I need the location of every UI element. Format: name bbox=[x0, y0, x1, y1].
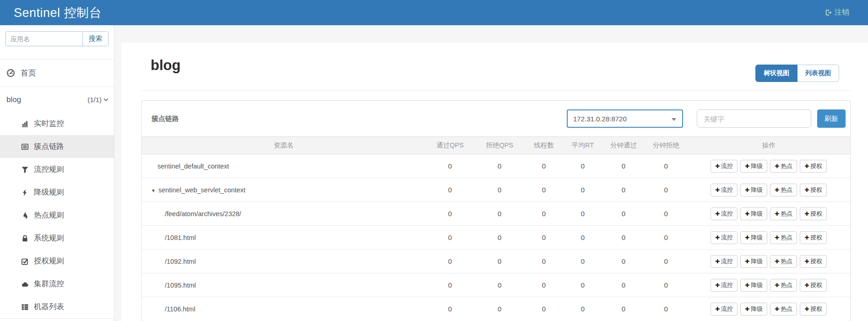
metric-value: 0 bbox=[425, 226, 475, 250]
logout-button[interactable]: 注销 bbox=[825, 8, 849, 17]
add-degrade-rule-button[interactable]: ✚降级 bbox=[740, 184, 767, 196]
plus-icon: ✚ bbox=[745, 234, 749, 241]
add-flow-rule-button[interactable]: ✚流控 bbox=[711, 303, 738, 316]
add-param-flow-rule-button[interactable]: ✚热点 bbox=[770, 207, 797, 220]
add-authority-rule-button[interactable]: ✚授权 bbox=[800, 303, 827, 316]
actions-cell: ✚流控✚降级✚热点✚授权 bbox=[687, 226, 850, 250]
table-row: /1081.html000000✚流控✚降级✚热点✚授权 bbox=[142, 226, 850, 250]
app-search-block: 搜索 bbox=[0, 25, 114, 60]
sidebar-item-cluster-link[interactable]: 簇点链路 bbox=[0, 135, 114, 158]
add-authority-rule-button[interactable]: ✚授权 bbox=[800, 279, 827, 292]
resource-cell: sentinel_default_context bbox=[142, 154, 425, 178]
machine-select-value: 172.31.0.28:8720 bbox=[573, 115, 627, 123]
add-authority-rule-button[interactable]: ✚授权 bbox=[800, 207, 827, 220]
sidebar-item-authority-rules[interactable]: 授权规则 bbox=[0, 250, 114, 272]
sidebar-item-flow-rules[interactable]: 流控规则 bbox=[0, 158, 114, 181]
actions-cell: ✚流控✚降级✚热点✚授权 bbox=[687, 273, 850, 297]
content-card: blog 树状视图 列表视图 簇点链路 172.31.0.28:8720 bbox=[121, 43, 868, 321]
metric-value: 0 bbox=[602, 297, 645, 321]
add-degrade-rule-button[interactable]: ✚降级 bbox=[740, 279, 767, 292]
add-flow-rule-button[interactable]: ✚流控 bbox=[711, 160, 738, 173]
sidebar-item-realtime-monitor[interactable]: 实时监控 bbox=[0, 112, 114, 135]
add-authority-rule-button[interactable]: ✚授权 bbox=[800, 160, 827, 173]
add-flow-rule-button[interactable]: ✚流控 bbox=[711, 255, 738, 268]
sidebar-item-label: 簇点链路 bbox=[34, 141, 64, 152]
app-search-input[interactable] bbox=[6, 32, 82, 46]
sidebar-item-label: 降级规则 bbox=[34, 187, 64, 197]
plus-icon: ✚ bbox=[775, 187, 779, 193]
sidebar-item-home[interactable]: 首页 bbox=[0, 60, 114, 87]
metric-value: 0 bbox=[425, 250, 475, 273]
plus-icon: ✚ bbox=[775, 258, 779, 265]
metric-value: 0 bbox=[425, 202, 475, 226]
actions-cell: ✚流控✚降级✚热点✚授权 bbox=[687, 178, 850, 202]
plus-icon: ✚ bbox=[775, 163, 779, 169]
keyword-search-input[interactable] bbox=[697, 109, 811, 128]
add-param-flow-rule-button[interactable]: ✚热点 bbox=[770, 231, 797, 244]
plus-icon: ✚ bbox=[775, 306, 779, 312]
check-square-icon bbox=[21, 257, 29, 265]
add-degrade-rule-button[interactable]: ✚降级 bbox=[740, 231, 767, 244]
add-param-flow-rule-button[interactable]: ✚热点 bbox=[770, 160, 797, 173]
plus-icon: ✚ bbox=[745, 282, 749, 288]
add-degrade-rule-button[interactable]: ✚降级 bbox=[740, 303, 767, 316]
app-search-button[interactable]: 搜索 bbox=[82, 32, 108, 46]
sidebar-item-system-rules[interactable]: 系统规则 bbox=[0, 227, 114, 250]
add-authority-rule-button[interactable]: ✚授权 bbox=[800, 231, 827, 244]
view-toggle-group: 树状视图 列表视图 bbox=[755, 65, 839, 82]
metric-value: 0 bbox=[602, 250, 645, 273]
column-header-pass-qps: 通过QPS bbox=[425, 137, 475, 154]
resource-name: /1092.html bbox=[165, 258, 196, 265]
sidebar-item-machine-list[interactable]: 机器列表 bbox=[0, 295, 114, 318]
tree-view-button[interactable]: 树状视图 bbox=[755, 65, 797, 82]
add-param-flow-rule-button[interactable]: ✚热点 bbox=[770, 255, 797, 268]
add-degrade-rule-button[interactable]: ✚降级 bbox=[740, 207, 767, 220]
top-navbar: Sentinel 控制台 注销 bbox=[0, 0, 868, 25]
metric-value: 0 bbox=[645, 297, 687, 321]
table-body: sentinel_default_context000000✚流控✚降级✚热点✚… bbox=[142, 154, 850, 321]
list-view-button[interactable]: 列表视图 bbox=[797, 65, 839, 82]
sidebar-item-degrade-rules[interactable]: 降级规则 bbox=[0, 181, 114, 204]
resource-cell: /1081.html bbox=[142, 226, 425, 250]
lock-icon bbox=[21, 234, 29, 242]
metric-value: 0 bbox=[475, 226, 524, 250]
panel-title: 簇点链路 bbox=[152, 114, 567, 123]
add-param-flow-rule-button[interactable]: ✚热点 bbox=[770, 279, 797, 292]
actions-cell: ✚流控✚降级✚热点✚授权 bbox=[687, 250, 850, 273]
plus-icon: ✚ bbox=[804, 234, 809, 241]
metric-value: 0 bbox=[645, 154, 687, 178]
metric-value: 0 bbox=[524, 297, 563, 321]
metric-value: 0 bbox=[563, 202, 602, 226]
add-param-flow-rule-button[interactable]: ✚热点 bbox=[770, 184, 797, 196]
actions-cell: ✚流控✚降级✚热点✚授权 bbox=[687, 154, 850, 178]
plus-icon: ✚ bbox=[745, 163, 749, 169]
add-flow-rule-button[interactable]: ✚流控 bbox=[711, 207, 738, 220]
add-flow-rule-button[interactable]: ✚流控 bbox=[711, 279, 738, 292]
plus-icon: ✚ bbox=[715, 187, 720, 193]
plus-icon: ✚ bbox=[715, 211, 720, 217]
sidebar-app-blog[interactable]: blog (1/1) bbox=[0, 87, 114, 112]
app-title: Sentinel 控制台 bbox=[14, 5, 102, 21]
chevron-down-icon bbox=[103, 98, 108, 102]
resource-name: sentinel_default_context bbox=[157, 163, 229, 170]
metric-value: 0 bbox=[645, 226, 687, 250]
add-degrade-rule-button[interactable]: ✚降级 bbox=[740, 255, 767, 268]
sidebar-item-label: 机器列表 bbox=[34, 302, 64, 312]
metric-value: 0 bbox=[475, 154, 524, 178]
add-flow-rule-button[interactable]: ✚流控 bbox=[711, 184, 738, 196]
add-authority-rule-button[interactable]: ✚授权 bbox=[800, 184, 827, 196]
add-authority-rule-button[interactable]: ✚授权 bbox=[800, 255, 827, 268]
collapse-toggle-icon[interactable]: ▼ bbox=[151, 188, 156, 193]
machine-select[interactable]: 172.31.0.28:8720 bbox=[567, 109, 683, 128]
add-param-flow-rule-button[interactable]: ✚热点 bbox=[770, 303, 797, 316]
add-degrade-rule-button[interactable]: ✚降级 bbox=[740, 160, 767, 173]
refresh-button[interactable]: 刷新 bbox=[817, 109, 846, 128]
metric-value: 0 bbox=[602, 273, 645, 297]
metric-value: 0 bbox=[563, 250, 602, 273]
column-header-threads: 线程数 bbox=[524, 137, 563, 154]
column-header-minute-block: 分钟拒绝 bbox=[645, 137, 687, 154]
add-flow-rule-button[interactable]: ✚流控 bbox=[711, 231, 738, 244]
column-header-resource: 资源名 bbox=[142, 137, 425, 154]
sidebar-item-cluster-flow[interactable]: 集群流控 bbox=[0, 272, 114, 295]
sidebar-item-param-flow-rules[interactable]: 热点规则 bbox=[0, 204, 114, 227]
